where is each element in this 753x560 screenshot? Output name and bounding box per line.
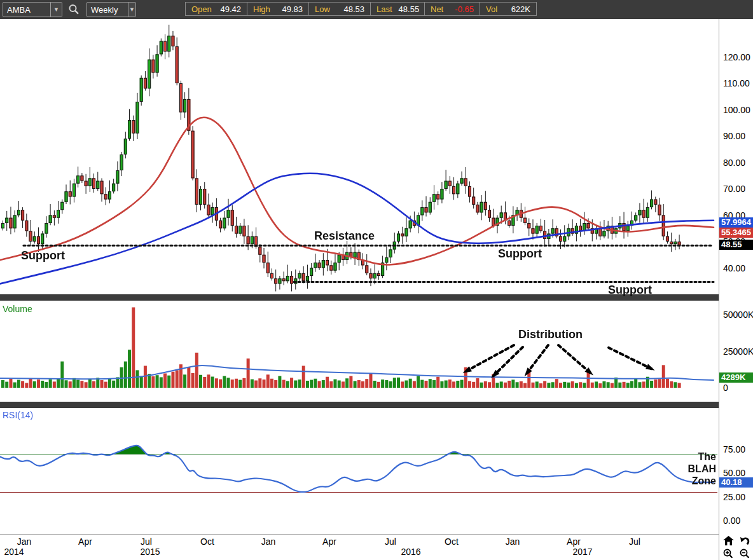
x-axis-year-label: 2016	[397, 547, 425, 557]
y-axis-tick-label: 0.00	[723, 516, 740, 526]
quote-value-vol: 622K	[511, 4, 530, 14]
home-icon[interactable]	[720, 535, 736, 547]
chart-nav-toolbar	[720, 535, 753, 560]
period-dropdown-arrow[interactable]: ▼	[128, 3, 135, 17]
x-axis-month-label: Oct	[439, 536, 464, 547]
quote-label-vol: Vol	[486, 4, 497, 14]
rsi-badge: 40.18	[719, 477, 753, 488]
volume-badge: 4289K	[719, 372, 753, 383]
symbol-input[interactable]: AMBA ▼	[3, 2, 62, 17]
quote-value-low: 48.53	[343, 4, 364, 14]
quote-label-high: High	[253, 4, 270, 14]
x-axis-month-label: Apr	[561, 536, 586, 547]
price-axis[interactable]: 120.00110.00100.0090.0080.0070.0060.0050…	[719, 19, 753, 560]
x-axis-month-label: Jul	[134, 536, 159, 547]
quote-cell-high: High49.83	[247, 2, 309, 16]
quote-cell-net: Net-0.65	[424, 2, 480, 16]
blah-zone-line-1: The	[661, 451, 716, 463]
support-left-label: Support	[21, 249, 65, 263]
volume-pane-label: Volume	[3, 304, 32, 314]
time-axis[interactable]: JanAprJulOctJanAprJulOctJanAprJul2014201…	[0, 534, 719, 560]
price-chart-canvas[interactable]	[0, 19, 719, 294]
symbol-value: AMBA	[3, 5, 44, 15]
x-axis-month-label: Apr	[73, 536, 98, 547]
y-axis-tick-label: 110.00	[723, 78, 750, 88]
quote-cell-low: Low48.53	[308, 2, 371, 16]
x-axis-month-label: Jan	[11, 536, 37, 547]
quote-strip: Open49.42High49.83Low48.53Last48.55Net-0…	[186, 2, 537, 16]
quote-cell-vol: Vol622K	[480, 2, 537, 16]
quote-value-open: 49.42	[220, 4, 241, 14]
volume-chart-canvas[interactable]	[0, 301, 719, 402]
x-axis-month-label: Jan	[500, 536, 525, 547]
y-axis-tick-label: 50.00	[723, 468, 745, 478]
x-axis-year-label: 2015	[136, 547, 164, 557]
rsi-chart-canvas[interactable]	[0, 408, 719, 534]
zoom-out-icon[interactable]	[736, 547, 753, 560]
x-axis-month-label: Apr	[317, 536, 342, 547]
blah-zone-line-2: BLAH	[661, 463, 716, 475]
quote-cell-open: Open49.42	[185, 2, 247, 16]
blah-zone-line-3: Zone	[661, 475, 716, 487]
last-price-badge: 48.55	[719, 240, 753, 250]
rsi-pane-label: RSI(14)	[3, 410, 33, 420]
x-axis-month-label: Jan	[256, 536, 281, 547]
distribution-label: Distribution	[518, 328, 583, 341]
y-axis-tick-label: 25000K	[723, 346, 753, 357]
quote-label-net: Net	[431, 4, 443, 14]
x-axis-month-label: Jul	[622, 536, 647, 547]
zoom-in-icon[interactable]	[720, 547, 736, 560]
y-axis-tick-label: 40.00	[723, 263, 745, 273]
symbol-dropdown-arrow[interactable]: ▼	[50, 3, 62, 17]
quote-label-open: Open	[191, 4, 212, 14]
quote-value-net: -0.65	[455, 4, 474, 14]
quote-cell-last: Last48.55	[370, 2, 425, 16]
x-axis-month-label: Jul	[378, 536, 403, 547]
quote-value-last: 48.55	[399, 4, 420, 14]
blue-ma-price-badge: 57.9964	[719, 217, 753, 228]
red-ma-price-badge: 55.3465	[719, 228, 753, 238]
chart-application-window: AMBA ▼ Weekly ▼ Open49.42High49.83Low48.…	[0, 0, 753, 560]
blah-zone-label: The BLAH Zone	[661, 451, 716, 487]
quote-value-high: 49.83	[282, 4, 303, 14]
y-axis-tick-label: 25.00	[723, 492, 745, 502]
x-axis-year-label: 2014	[0, 547, 28, 557]
support-bottom-label: Support	[608, 283, 652, 297]
x-axis-month-label: Oct	[195, 536, 220, 547]
period-value: Weekly	[87, 5, 128, 15]
undo-icon[interactable]	[736, 535, 753, 547]
y-axis-tick-label: 70.00	[723, 184, 745, 194]
y-axis-tick-label: 90.00	[723, 131, 745, 141]
x-axis-year-label: 2017	[569, 547, 597, 557]
y-axis-tick-label: 50000K	[723, 310, 753, 320]
y-axis-tick-label: 80.00	[723, 158, 745, 168]
period-select[interactable]: Weekly ▼	[86, 2, 136, 17]
quote-label-last: Last	[376, 4, 392, 14]
y-axis-tick-label: 0	[723, 383, 728, 393]
pane-divider[interactable]	[0, 402, 719, 408]
search-icon[interactable]	[67, 3, 80, 16]
y-axis-tick-label: 100.00	[723, 105, 750, 115]
toolbar: AMBA ▼ Weekly ▼ Open49.42High49.83Low48.…	[0, 0, 753, 19]
resistance-label: Resistance	[314, 229, 375, 243]
support-right-label: Support	[498, 247, 542, 261]
y-axis-tick-label: 120.00	[723, 52, 750, 62]
y-axis-tick-label: 75.00	[723, 444, 745, 454]
quote-label-low: Low	[315, 4, 330, 14]
